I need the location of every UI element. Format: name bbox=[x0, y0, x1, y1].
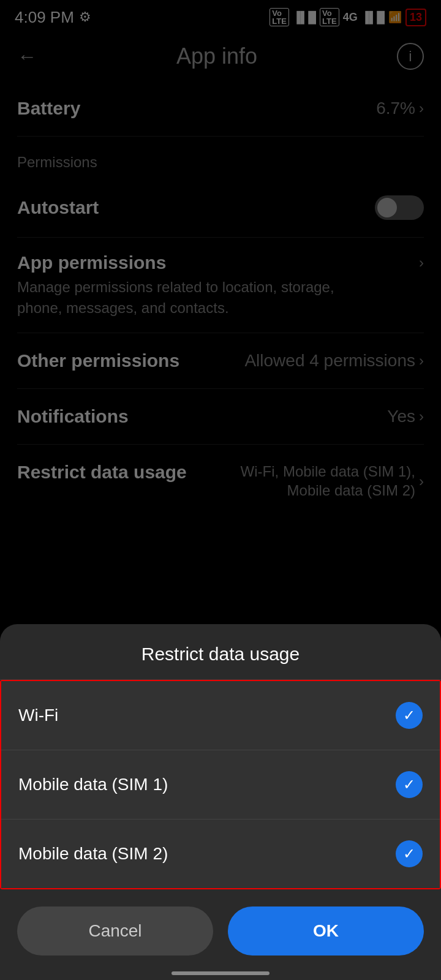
dialog-buttons: Cancel OK bbox=[0, 889, 441, 956]
sim2-check-icon: ✓ bbox=[403, 845, 415, 862]
options-list: Wi-Fi ✓ Mobile data (SIM 1) ✓ Mobile dat… bbox=[0, 680, 441, 889]
sim1-checkbox[interactable]: ✓ bbox=[396, 771, 423, 798]
sim1-check-icon: ✓ bbox=[403, 776, 415, 793]
option-sim1[interactable]: Mobile data (SIM 1) ✓ bbox=[1, 750, 440, 820]
option-sim1-label: Mobile data (SIM 1) bbox=[18, 775, 168, 794]
home-indicator bbox=[172, 971, 270, 975]
bottom-sheet: Restrict data usage Wi-Fi ✓ Mobile data … bbox=[0, 624, 441, 980]
option-sim2[interactable]: Mobile data (SIM 2) ✓ bbox=[1, 820, 440, 888]
option-wifi-label: Wi-Fi bbox=[18, 706, 58, 725]
cancel-button[interactable]: Cancel bbox=[17, 907, 213, 956]
option-sim2-label: Mobile data (SIM 2) bbox=[18, 844, 168, 864]
sim2-checkbox[interactable]: ✓ bbox=[396, 840, 423, 867]
ok-button[interactable]: OK bbox=[228, 907, 424, 956]
bottom-sheet-title: Restrict data usage bbox=[0, 624, 441, 680]
option-wifi[interactable]: Wi-Fi ✓ bbox=[1, 681, 440, 750]
wifi-checkbox[interactable]: ✓ bbox=[396, 702, 423, 729]
wifi-check-icon: ✓ bbox=[403, 707, 415, 724]
